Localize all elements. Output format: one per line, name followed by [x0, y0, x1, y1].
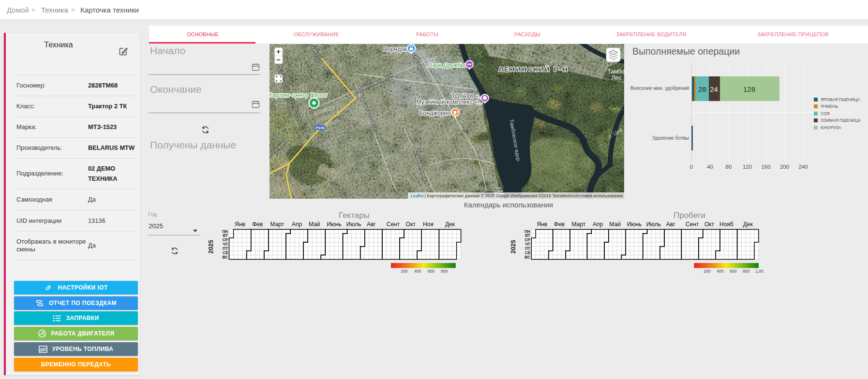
- svg-text:600: 600: [730, 269, 736, 274]
- svg-text:Leaflet | Картографические дан: Leaflet | Картографические данные © 2016…: [411, 193, 623, 198]
- svg-text:400: 400: [717, 269, 723, 274]
- svg-text:Июнь: Июнь: [327, 221, 342, 228]
- svg-text:Сб: Сб: [525, 250, 530, 255]
- svg-text:Июль: Июль: [346, 221, 361, 228]
- svg-text:СР: СР: [524, 238, 530, 242]
- svg-text:200: 200: [401, 269, 408, 274]
- svg-text:Март: Март: [270, 221, 284, 228]
- svg-text:ВТ: ВТ: [223, 233, 228, 238]
- svg-text:Авг: Авг: [367, 221, 376, 228]
- svg-text:СР: СР: [223, 238, 228, 242]
- svg-text:Авг: Авг: [666, 221, 675, 228]
- svg-text:Ска...: Ска...: [609, 105, 624, 111]
- svg-text:Нояб: Нояб: [719, 221, 733, 228]
- svg-text:800: 800: [743, 269, 749, 274]
- svg-text:1,00: 1,00: [755, 269, 763, 274]
- svg-text:Май: Май: [609, 221, 621, 228]
- svg-text:ПН: ПН: [222, 230, 228, 234]
- svg-text:ВТ: ВТ: [525, 233, 530, 238]
- svg-text:2025: 2025: [208, 240, 215, 254]
- svg-text:Янв: Янв: [235, 221, 245, 228]
- svg-text:Дек: Дек: [445, 221, 455, 228]
- svg-text:200: 200: [703, 269, 710, 274]
- svg-text:Картинг-центр Пилот: Картинг-центр Пилот: [269, 92, 328, 99]
- svg-text:Дек: Дек: [743, 221, 753, 228]
- svg-text:600: 600: [428, 269, 434, 274]
- svg-text:Янв: Янв: [537, 221, 548, 228]
- svg-text:2025: 2025: [510, 240, 517, 254]
- svg-text:ПТ: ПТ: [223, 247, 228, 251]
- svg-text:Июль: Июль: [646, 221, 661, 228]
- svg-text:Апр: Апр: [593, 221, 603, 228]
- svg-text:ЧТ: ЧТ: [525, 242, 530, 247]
- svg-text:Июнь: Июнь: [627, 221, 642, 228]
- svg-text:Лес: Лес: [612, 74, 622, 81]
- svg-text:800: 800: [441, 269, 448, 274]
- svg-text:ЧТ: ЧТ: [223, 242, 228, 247]
- svg-text:Р193: Р193: [316, 126, 325, 130]
- svg-text:Сент: Сент: [686, 221, 699, 228]
- svg-text:Окт: Окт: [704, 221, 715, 228]
- svg-text:Бонджорно: Бонджорно: [419, 110, 451, 117]
- svg-text:Сб: Сб: [223, 250, 228, 255]
- svg-text:Порядок: Порядок: [383, 46, 407, 53]
- svg-text:Март: Март: [571, 221, 585, 228]
- svg-text:ВС: ВС: [222, 255, 228, 260]
- svg-text:Музейный комплекс «...: Музейный комплекс «...: [416, 99, 483, 105]
- svg-text:Апр: Апр: [292, 221, 302, 228]
- svg-text:ПТ: ПТ: [525, 247, 530, 251]
- svg-text:400: 400: [414, 269, 421, 274]
- svg-text:ВС: ВС: [524, 255, 530, 260]
- svg-text:Сент: Сент: [387, 221, 400, 228]
- svg-text:Фев: Фев: [252, 221, 263, 228]
- svg-text:Парк Дружбы: Парк Дружбы: [428, 62, 465, 69]
- svg-text:Окт: Окт: [406, 221, 416, 228]
- svg-text:Май: Май: [309, 221, 320, 228]
- svg-text:ЛЕНИНСКИЙ Р-Н: ЛЕНИНСКИЙ Р-Н: [499, 66, 569, 73]
- svg-text:ПН: ПН: [524, 230, 530, 234]
- svg-text:Тамбо: Тамбо: [607, 68, 624, 75]
- svg-text:Фев: Фев: [554, 221, 565, 228]
- svg-text:Ноя: Ноя: [423, 221, 434, 228]
